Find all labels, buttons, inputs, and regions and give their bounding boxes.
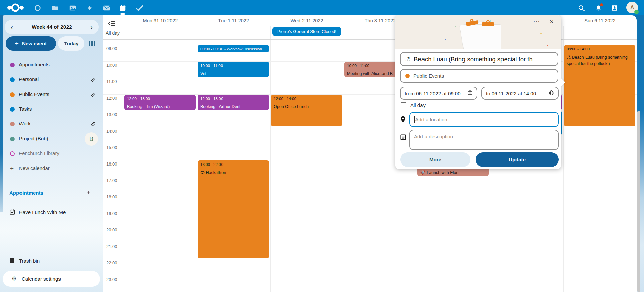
calendar-color-dot — [10, 92, 15, 97]
calendar-label: Project (Bob) — [19, 136, 48, 141]
event-title-input[interactable]: 🏖 Beach Luau (Bring something special fo… — [400, 52, 558, 66]
next-week-button[interactable]: › — [90, 24, 93, 30]
calendar-event[interactable]: 12:00 - 13:00Booking - Arthur Dent — [198, 95, 269, 110]
hour-label: 22:00 — [106, 260, 117, 265]
calendar-select[interactable]: Public Events — [400, 69, 558, 83]
add-appointment-config-button[interactable]: + — [87, 189, 90, 196]
more-button-label: More — [429, 157, 441, 162]
activity-icon[interactable] — [85, 4, 94, 12]
description-input[interactable]: Add a description — [409, 130, 559, 150]
text-caret — [414, 116, 415, 123]
new-event-button[interactable]: + New event — [6, 36, 56, 51]
appointment-item[interactable]: Have Lunch With Me — [0, 205, 103, 220]
shared-link-icon — [91, 92, 96, 99]
calendar-event[interactable]: 09:00 - 14:00🏖 Beach Luau (Bring somethi… — [564, 45, 635, 126]
notifications-bell-icon[interactable] — [594, 4, 603, 12]
calendar-icon[interactable] — [118, 4, 127, 12]
mail-icon[interactable] — [102, 4, 111, 12]
sidebar-calendar-personal[interactable]: Personal — [0, 72, 103, 87]
calendar-color-dot — [10, 77, 15, 82]
calendar-event[interactable]: 16:00 - 22:00😎 Hackathon — [198, 160, 269, 258]
close-icon[interactable]: × — [546, 17, 557, 28]
calendar-check-icon — [9, 209, 15, 216]
week-navigation: ‹ Week 44 of 2022 › — [5, 20, 99, 34]
top-bar: A — [0, 0, 644, 15]
location-input[interactable]: Add a location — [409, 112, 559, 127]
calendar-color-dot — [10, 107, 15, 112]
more-options-icon[interactable]: ··· — [531, 18, 542, 28]
calendar-color-dot — [10, 63, 15, 67]
all-day-checkbox-label: All day — [410, 102, 426, 108]
contacts-icon[interactable] — [610, 4, 619, 12]
grid-line — [103, 276, 637, 276]
confetti-dot — [445, 39, 446, 40]
location-pin-icon — [400, 116, 406, 124]
popup-header: + · ··· × — [395, 15, 561, 49]
calendar-event[interactable]: 12:00 - 13:00Booking - Tim (Wizard) — [124, 95, 196, 110]
online-status-dot — [634, 10, 639, 14]
new-event-label: New event — [22, 41, 47, 46]
calendar-color-dot — [10, 122, 15, 126]
sidebar-calendar-fenchurch-library[interactable]: Fenchurch Library — [0, 146, 103, 161]
calendar-event[interactable]: 10:00 - 11:00Vet — [198, 62, 269, 77]
grid-line — [197, 26, 197, 292]
trash-bin-item[interactable]: Trash bin — [0, 254, 103, 268]
calendar-color-dot — [10, 151, 15, 156]
event-time: 10:00 - 11:00 — [200, 63, 266, 68]
grid-line — [103, 226, 637, 226]
event-time: 16:00 - 22:00 — [200, 162, 266, 167]
calendar-settings-button[interactable]: ⚙ Calendar settings — [3, 271, 100, 287]
files-icon[interactable] — [51, 4, 59, 12]
collapse-sidebar-icon[interactable] — [108, 21, 115, 27]
view-switcher-icon[interactable] — [88, 40, 96, 47]
event-time: 12:00 - 13:00 — [200, 96, 266, 101]
new-calendar-button[interactable]: +New calendar — [0, 161, 103, 176]
event-time: 12:00 - 14:00 — [274, 96, 339, 101]
sidebar-calendar-public-events[interactable]: Public Events — [0, 87, 103, 102]
gear-icon: ⚙ — [11, 275, 17, 282]
all-day-checkbox[interactable] — [401, 102, 406, 108]
update-button[interactable]: Update — [476, 152, 559, 167]
sidebar-calendar-appointments[interactable]: Appointments — [0, 58, 103, 72]
hour-label: 09:00 — [106, 46, 117, 51]
active-app-indicator — [120, 13, 125, 15]
previous-week-button[interactable]: ‹ — [11, 24, 13, 30]
grid-line — [103, 243, 637, 243]
confetti-dot — [540, 33, 542, 34]
grid-line — [563, 26, 564, 292]
today-button[interactable]: Today — [58, 36, 84, 51]
nextcloud-logo[interactable] — [7, 3, 24, 14]
calendar-event[interactable]: 09:00 - 09:30 - Workflow Discussion — [198, 45, 269, 52]
search-icon[interactable] — [577, 4, 586, 12]
sidebar-calendar-project-bob[interactable]: Project (Bob)B — [0, 132, 103, 146]
photos-icon[interactable] — [68, 4, 77, 12]
tasks-icon[interactable] — [135, 4, 144, 12]
calendar-label: Public Events — [19, 91, 49, 97]
event-time: 12:00 - 13:00 — [127, 96, 193, 101]
to-datetime-field[interactable]: to 06.11.2022 at 14:00 — [481, 87, 559, 100]
calendar-label: Appointments — [19, 62, 50, 67]
scrollbar-thumb[interactable] — [637, 111, 640, 292]
globe-icon[interactable] — [549, 90, 554, 97]
event-title: Booking - Arthur Dent — [200, 104, 266, 110]
sidebar-calendar-tasks[interactable]: Tasks — [0, 102, 103, 117]
shared-link-icon — [91, 121, 96, 128]
day-header: Wed 2.11.2022 — [270, 18, 344, 25]
avatar[interactable]: A — [626, 2, 638, 13]
event-editor-popup: + · ··· × 🏖 Beach Luau (Bring something … — [395, 15, 561, 169]
background-strip — [0, 15, 3, 212]
hour-label: 19:00 — [106, 211, 117, 216]
calendar-settings-label: Calendar settings — [22, 276, 61, 282]
calendar-color-dot — [405, 74, 410, 78]
event-time: 09:00 - 09:30 - Workflow Discussion — [200, 47, 266, 52]
sidebar-calendar-work[interactable]: Work — [0, 117, 103, 132]
all-day-event[interactable]: Pierre's General Store Closed! — [272, 27, 341, 36]
event-title: Open Office Lunch — [274, 104, 339, 110]
appointment-label: Have Lunch With Me — [19, 209, 66, 215]
dashboard-icon[interactable] — [33, 4, 42, 12]
from-datetime-field[interactable]: from 06.11.2022 at 09:00 — [400, 87, 477, 100]
calendar-event[interactable]: 12:00 - 14:00Open Office Lunch — [271, 95, 342, 126]
event-time: 09:00 - 14:00 — [567, 47, 633, 52]
globe-icon[interactable] — [467, 90, 473, 97]
more-button[interactable]: More — [400, 152, 470, 167]
